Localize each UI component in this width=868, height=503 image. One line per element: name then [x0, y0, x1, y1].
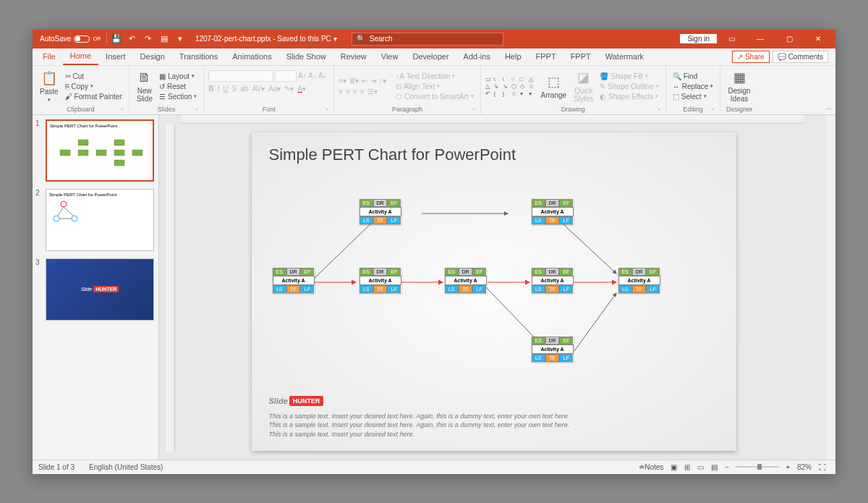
reading-view-icon[interactable]: ▭ [694, 463, 707, 471]
autosave-switch[interactable] [74, 35, 90, 43]
align-text-button[interactable]: ⊟Align Text▾ [393, 82, 475, 91]
search-box[interactable]: 🔍 [352, 33, 503, 46]
new-slide-button[interactable]: 🗎New Slide [134, 67, 156, 106]
vertical-scrollbar[interactable] [825, 115, 835, 460]
signin-button[interactable]: Sign in [680, 34, 717, 43]
slideshow-start-icon[interactable]: ▤ [156, 31, 172, 47]
pert-chart[interactable]: ESDREFActivity ALSTFLFESDREFActivity ALS… [269, 170, 719, 373]
sorter-view-icon[interactable]: ⊞ [681, 463, 694, 471]
tab-design[interactable]: Design [133, 48, 172, 65]
undo-icon[interactable]: ↶ [124, 31, 140, 47]
underline-button[interactable]: U [223, 85, 228, 93]
thumbnail-3[interactable]: Slide HUNTER [46, 258, 154, 321]
tab-animations[interactable]: Animations [225, 48, 278, 65]
pert-node[interactable]: ESDREFActivity ALSTFLF [359, 199, 401, 224]
select-button[interactable]: ⬚Select▾ [671, 92, 716, 101]
align-center-button[interactable]: ≡ [346, 88, 350, 96]
zoom-in-button[interactable]: + [782, 463, 793, 471]
maximize-icon[interactable]: ▢ [775, 30, 804, 48]
save-icon[interactable]: 💾 [109, 31, 124, 47]
thumbnail-1[interactable]: Simple PERT Chart for PowerPoint [46, 119, 154, 182]
tab-developer[interactable]: Developer [405, 48, 456, 65]
tab-view[interactable]: View [374, 48, 406, 65]
font-family-select[interactable] [208, 70, 273, 82]
shape-fill-button[interactable]: 🪣Shape Fill▾ [597, 72, 660, 81]
thumbnail-2[interactable]: Simple PERT Chart for PowerPoint [46, 189, 154, 251]
title-dropdown-icon[interactable]: ▾ [333, 35, 337, 43]
indent-dec-button[interactable]: ⇤ [362, 77, 367, 85]
justify-button[interactable]: ≡ [360, 88, 365, 96]
tab-home[interactable]: Home [63, 48, 98, 65]
slide-counter[interactable]: Slide 1 of 3 [38, 463, 75, 471]
pert-node[interactable]: ESDREFActivity ALSTFLF [618, 268, 660, 293]
slide-title[interactable]: Simple PERT Chart for PowerPoint [269, 145, 719, 164]
layout-button[interactable]: ▦Layout▾ [157, 72, 199, 81]
line-spacing-button[interactable]: ↕▾ [379, 77, 386, 85]
qat-dropdown-icon[interactable]: ▾ [172, 31, 188, 47]
case-button[interactable]: Aa▾ [268, 85, 281, 93]
font-size-select[interactable] [275, 70, 297, 82]
tab-fppt2[interactable]: FPPT [563, 48, 598, 65]
decrease-font-icon[interactable]: A↓ [308, 72, 317, 80]
align-left-button[interactable]: ≡ [339, 88, 343, 96]
convert-smartart-button[interactable]: ⬡Convert to SmartArt▾ [393, 92, 475, 101]
fit-to-window-icon[interactable]: ⛶ [815, 463, 830, 471]
zoom-slider[interactable] [736, 466, 779, 468]
normal-view-icon[interactable]: ▣ [667, 463, 681, 471]
reset-button[interactable]: ↺Reset [157, 82, 199, 91]
shape-effects-button[interactable]: ◐Shape Effects▾ [597, 92, 660, 101]
pert-node[interactable]: ESDREFActivity ALSTFLF [532, 268, 574, 293]
spacing-button[interactable]: AV▾ [252, 85, 265, 93]
search-input[interactable] [370, 35, 498, 43]
font-color-button[interactable]: A▾ [297, 85, 306, 93]
slideshow-view-icon[interactable]: ▤ [707, 463, 721, 471]
shadow-button[interactable]: ab [240, 85, 248, 93]
slide-canvas[interactable]: Simple PERT Chart for PowerPoint [252, 132, 736, 451]
numbering-button[interactable]: ≣▾ [349, 77, 359, 85]
tab-addins[interactable]: Add-ins [456, 48, 498, 65]
find-button[interactable]: 🔍Find [671, 72, 716, 81]
text-direction-button[interactable]: ↕AText Direction▾ [393, 72, 475, 81]
language-indicator[interactable]: English (United States) [89, 463, 163, 471]
section-button[interactable]: ☰Section▾ [157, 92, 199, 101]
sample-text[interactable]: This is a sample text. Insert your desir… [269, 412, 719, 439]
highlight-button[interactable]: ✎▾ [284, 85, 294, 93]
quick-styles-button[interactable]: ◪Quick Styles [571, 67, 596, 106]
ribbon-mode-icon[interactable]: ▭ [717, 30, 746, 48]
bold-button[interactable]: B [208, 85, 213, 93]
tab-watermark[interactable]: Watermark [598, 48, 651, 65]
comments-button[interactable]: 💬Comments [773, 51, 828, 63]
cut-button[interactable]: ✂Cut [63, 72, 124, 81]
italic-button[interactable]: I [218, 85, 220, 93]
zoom-out-button[interactable]: − [721, 463, 733, 471]
minimize-icon[interactable]: — [746, 30, 775, 48]
indent-inc-button[interactable]: ⇥ [370, 77, 376, 85]
pert-node[interactable]: ESDREFActivity ALSTFLF [273, 268, 315, 293]
replace-button[interactable]: ↔Replace▾ [671, 82, 716, 91]
paste-button[interactable]: 📋Paste▾ [37, 67, 61, 106]
strike-button[interactable]: S [232, 85, 237, 93]
collapse-ribbon-icon[interactable]: ︿ [825, 103, 833, 113]
horizontal-ruler[interactable] [181, 115, 804, 124]
bullets-button[interactable]: ≡▾ [339, 77, 346, 85]
align-right-button[interactable]: ≡ [353, 88, 357, 96]
pert-node[interactable]: ESDREFActivity ALSTFLF [532, 199, 574, 224]
clear-format-icon[interactable]: Aₓ [318, 72, 326, 80]
increase-font-icon[interactable]: A↑ [298, 72, 307, 80]
tab-transitions[interactable]: Transitions [172, 48, 225, 65]
shapes-gallery[interactable]: ▭\\○□△ △↳↘⬡◇☆ ↶{}☆▾▾ [485, 76, 537, 97]
tab-slideshow[interactable]: Slide Show [279, 48, 333, 65]
share-button[interactable]: ↗Share [732, 51, 770, 63]
vertical-ruler[interactable] [166, 124, 175, 452]
notes-button[interactable]: ≐ Notes [635, 463, 667, 471]
tab-review[interactable]: Review [333, 48, 374, 65]
pert-node[interactable]: ESDREFActivity ALSTFLF [445, 268, 487, 293]
columns-button[interactable]: ☰▾ [367, 88, 378, 96]
autosave-toggle[interactable]: AutoSave Off [35, 35, 105, 43]
tab-insert[interactable]: Insert [98, 48, 133, 65]
close-icon[interactable]: ✕ [804, 30, 833, 48]
pert-node[interactable]: ESDREFActivity ALSTFLF [532, 337, 574, 362]
format-painter-button[interactable]: 🖌Format Painter [63, 92, 124, 101]
copy-button[interactable]: ⎘Copy▾ [63, 82, 124, 91]
tab-file[interactable]: File [35, 48, 63, 65]
